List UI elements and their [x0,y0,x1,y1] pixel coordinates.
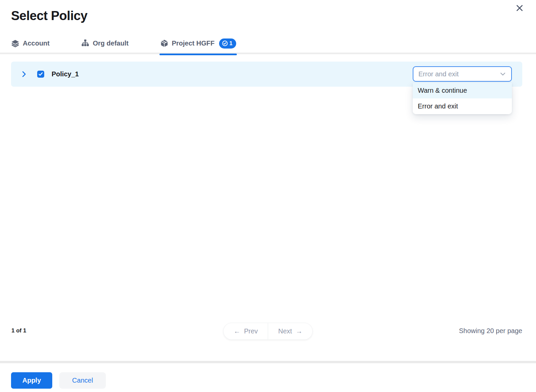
tab-account[interactable]: Account [11,33,50,54]
prev-label: Prev [244,327,258,335]
per-page-info: Showing 20 per page [459,327,522,335]
apply-button[interactable]: Apply [11,372,52,389]
expand-row-button[interactable] [20,70,28,78]
cancel-button[interactable]: Cancel [59,372,106,389]
layers-icon [11,39,19,48]
action-select[interactable]: Error and exit [413,66,512,82]
next-label: Next [278,327,292,335]
policy-checkbox[interactable] [37,71,44,78]
check-icon [38,72,43,77]
menu-item-warn-continue[interactable]: Warn & continue [413,83,512,98]
close-button[interactable] [514,3,525,13]
policy-row: Policy_1 Error and exit Warn & continue … [11,62,522,87]
selected-count-badge: 1 [219,38,236,49]
cube-icon [160,39,169,48]
chevron-down-icon [499,70,507,78]
arrow-right-icon: → [296,327,303,335]
tab-org-default[interactable]: Org default [81,33,129,54]
page-info: 1 of 1 [11,327,26,334]
arrow-left-icon: ← [233,327,240,335]
next-page-button[interactable]: Next → [268,323,313,339]
tab-project-hgff[interactable]: Project HGFF 1 [160,33,236,54]
select-policy-modal: Select Policy Account [0,0,536,392]
action-select-menu: Warn & continue Error and exit [413,83,512,114]
org-chart-icon [81,39,89,48]
action-select-value: Error and exit [418,70,459,78]
policy-name: Policy_1 [52,70,79,78]
tab-label: Org default [93,40,129,47]
chevron-right-icon [20,70,28,78]
badge-count: 1 [229,40,232,47]
page-title: Select Policy [11,9,87,23]
check-circle-icon [222,40,228,47]
tab-label: Project HGFF [172,40,215,47]
action-select-wrapper: Error and exit Warn & continue Error and… [413,66,512,82]
close-icon [515,4,524,12]
prev-page-button[interactable]: ← Prev [223,323,268,339]
menu-item-error-exit[interactable]: Error and exit [413,98,512,114]
pagination-pill: ← Prev Next → [223,323,312,339]
tab-label: Account [23,40,50,47]
footer-divider [0,361,536,363]
tab-bar: Account Org default Project [0,34,536,54]
